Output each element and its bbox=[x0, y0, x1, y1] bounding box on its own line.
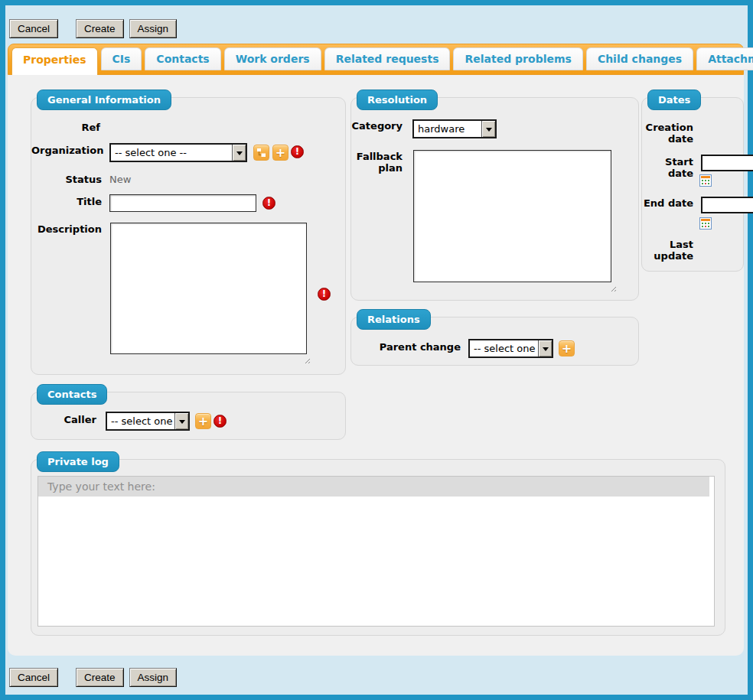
category-label: Category bbox=[351, 120, 403, 132]
plus-icon: + bbox=[275, 146, 285, 160]
private-log-fieldset: Private log Type your text here: bbox=[31, 459, 725, 636]
caller-select[interactable]: -- select one -- bbox=[106, 412, 190, 431]
category-select-arrow-icon[interactable] bbox=[481, 121, 495, 137]
hierarchy-icon bbox=[256, 148, 266, 158]
relations-fieldset: Relations Parent change -- select one --… bbox=[350, 317, 639, 366]
parent-change-select-value: -- select one -- bbox=[470, 340, 538, 357]
cancel-button-bottom[interactable]: Cancel bbox=[9, 668, 58, 687]
category-select-value: hardware bbox=[414, 121, 481, 137]
bottom-toolbar: Cancel Create Assign bbox=[9, 668, 177, 687]
dates-header: Dates bbox=[647, 90, 701, 110]
tab-properties[interactable]: Properties bbox=[11, 47, 98, 75]
last-update-label: Last update bbox=[642, 239, 693, 262]
assign-button[interactable]: Assign bbox=[129, 19, 178, 38]
tab-work-orders[interactable]: Work orders bbox=[224, 47, 321, 70]
end-date-calendar-icon[interactable] bbox=[699, 217, 712, 230]
caller-select-arrow-icon[interactable] bbox=[174, 413, 188, 429]
dates-fieldset: Dates Creation date Start date End date … bbox=[641, 97, 744, 272]
create-button-bottom[interactable]: Create bbox=[76, 668, 124, 687]
fallback-plan-label: Fallback plan bbox=[351, 151, 403, 174]
tab-contacts[interactable]: Contacts bbox=[145, 47, 220, 70]
organization-add-button[interactable]: + bbox=[272, 145, 288, 161]
organization-select-value: -- select one -- bbox=[111, 145, 232, 161]
creation-date-label: Creation date bbox=[642, 122, 693, 145]
tab-cis[interactable]: CIs bbox=[101, 47, 142, 70]
cancel-button[interactable]: Cancel bbox=[9, 19, 58, 38]
parent-change-select[interactable]: -- select one -- bbox=[468, 339, 553, 358]
tab-attachments[interactable]: Attachments bbox=[696, 47, 753, 70]
caller-add-button[interactable]: + bbox=[195, 413, 211, 429]
relations-header: Relations bbox=[357, 309, 431, 330]
plus-icon: + bbox=[562, 342, 572, 356]
fallback-plan-resize-handle[interactable] bbox=[609, 285, 616, 291]
tab-child-changes[interactable]: Child changes bbox=[586, 47, 693, 70]
status-value: New bbox=[109, 174, 131, 185]
assign-button-bottom[interactable]: Assign bbox=[129, 668, 178, 687]
start-date-label: Start date bbox=[642, 156, 693, 179]
tab-related-problems[interactable]: Related problems bbox=[453, 47, 582, 70]
resolution-fieldset: Resolution Category hardware Fallback pl… bbox=[350, 97, 639, 301]
description-textarea[interactable] bbox=[110, 223, 307, 354]
organization-hierarchy-button[interactable] bbox=[253, 145, 269, 161]
general-information-header: General Information bbox=[37, 90, 171, 110]
description-label: Description bbox=[31, 223, 102, 235]
exclamation-glyph: ! bbox=[267, 197, 271, 209]
caller-label: Caller bbox=[31, 414, 96, 425]
general-information-fieldset: General Information Ref Organization -- … bbox=[31, 97, 346, 375]
private-log-header: Private log bbox=[37, 451, 119, 472]
start-date-calendar-icon[interactable] bbox=[699, 174, 712, 187]
exclamation-glyph: ! bbox=[218, 415, 222, 427]
caller-select-value: -- select one -- bbox=[107, 413, 174, 429]
organization-select-arrow-icon[interactable] bbox=[232, 145, 246, 161]
organization-label: Organization bbox=[31, 145, 102, 156]
parent-change-label: Parent change bbox=[351, 341, 461, 353]
tab-related-requests[interactable]: Related requests bbox=[324, 47, 451, 70]
change-creation-window: Cancel Create Assign Properties CIs Cont… bbox=[0, 0, 753, 700]
plus-icon: + bbox=[198, 415, 208, 428]
start-date-input[interactable] bbox=[701, 155, 753, 171]
fallback-plan-textarea[interactable] bbox=[413, 150, 611, 282]
title-required-icon: ! bbox=[262, 197, 275, 210]
private-log-editor[interactable]: Type your text here: bbox=[37, 476, 715, 627]
create-button[interactable]: Create bbox=[76, 19, 124, 38]
parent-change-select-arrow-icon[interactable] bbox=[538, 340, 552, 357]
exclamation-glyph: ! bbox=[295, 146, 299, 158]
description-resize-handle[interactable] bbox=[303, 357, 310, 363]
organization-select[interactable]: -- select one -- bbox=[109, 143, 247, 162]
resolution-header: Resolution bbox=[357, 90, 438, 110]
exclamation-glyph: ! bbox=[322, 288, 326, 300]
parent-change-add-button[interactable]: + bbox=[559, 340, 575, 357]
organization-required-icon: ! bbox=[291, 145, 304, 158]
caller-required-icon: ! bbox=[214, 415, 227, 428]
contacts-fieldset: Contacts Caller -- select one -- + ! bbox=[31, 392, 346, 440]
end-date-input[interactable] bbox=[701, 197, 753, 213]
contacts-header: Contacts bbox=[37, 384, 107, 405]
private-log-placeholder[interactable]: Type your text here: bbox=[38, 477, 709, 497]
description-required-icon: ! bbox=[318, 288, 331, 301]
title-input[interactable] bbox=[109, 194, 256, 212]
top-toolbar: Cancel Create Assign bbox=[9, 19, 177, 38]
tab-bar: Properties CIs Contacts Work orders Rela… bbox=[8, 44, 744, 75]
end-date-label: End date bbox=[642, 197, 693, 209]
ref-label: Ref bbox=[31, 122, 100, 133]
status-label: Status bbox=[31, 174, 102, 185]
title-label: Title bbox=[31, 196, 102, 207]
category-select[interactable]: hardware bbox=[412, 119, 497, 138]
